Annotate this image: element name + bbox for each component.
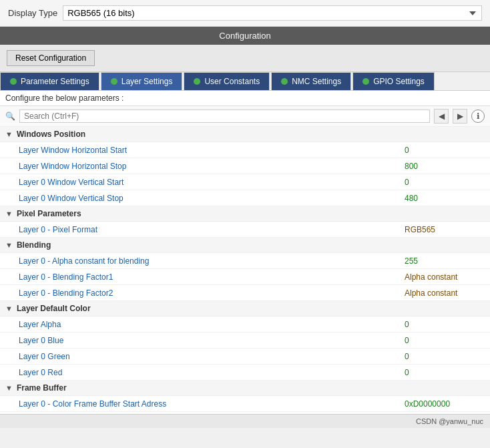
param-name-3-1: Layer 0 Blue [19, 336, 405, 345]
param-row[interactable]: Layer 0 Red0 [0, 365, 490, 381]
param-row[interactable]: Layer 0 - Color Frame Buffer Start Adres… [0, 396, 490, 412]
section-header-frame-buffer[interactable]: ▼ Frame Buffer [0, 381, 490, 396]
tab-layer-settings[interactable]: Layer Settings [101, 72, 183, 90]
chevron-icon: ▼ [5, 241, 13, 249]
nav-prev-button[interactable]: ◀ [434, 109, 449, 124]
section-header-blending[interactable]: ▼ Blending [0, 238, 490, 253]
param-name-0-3: Layer 0 Window Vertical Stop [19, 194, 405, 203]
param-row[interactable]: Layer Window Horizontal Stop800 [0, 158, 490, 174]
param-row[interactable]: Layer 0 - Blending Factor2Alpha constant [0, 285, 490, 301]
tab-dot-gpio-settings [362, 78, 369, 85]
section-title-pixel-parameters: Pixel Parameters [17, 209, 81, 218]
param-value-0-2: 0 [405, 178, 485, 187]
param-row[interactable]: Layer Alpha0 [0, 316, 490, 332]
tab-label-nmc-settings: NMC Settings [292, 77, 341, 86]
param-value-0-3: 480 [405, 194, 485, 203]
param-value-3-1: 0 [405, 336, 485, 345]
nav-next-button[interactable]: ▶ [453, 109, 467, 124]
chevron-icon: ▼ [5, 304, 13, 312]
search-bar: 🔍 ◀ ▶ ℹ [0, 106, 490, 127]
reset-configuration-button[interactable]: Reset Configuration [7, 50, 95, 66]
tab-user-constants[interactable]: User Constants [184, 72, 270, 90]
section-header-layer-default-color[interactable]: ▼ Layer Default Color [0, 301, 490, 316]
param-row[interactable]: Layer Window Horizontal Start0 [0, 142, 490, 158]
param-row[interactable]: Layer 0 Window Vertical Start0 [0, 174, 490, 190]
chevron-icon: ▼ [5, 210, 13, 218]
tab-parameter-settings[interactable]: Parameter Settings [0, 72, 99, 90]
chevron-icon: ▼ [5, 130, 13, 138]
param-row[interactable]: Layer 0 Window Vertical Stop480 [0, 190, 490, 206]
param-value-0-0: 0 [405, 146, 485, 155]
param-value-2-0: 255 [405, 256, 485, 266]
tabs-container: Parameter Settings Layer Settings User C… [0, 72, 490, 91]
tab-dot-nmc-settings [281, 78, 288, 85]
footer-text: CSDN @yanwu_nuc [416, 417, 483, 425]
section-title-layer-default-color: Layer Default Color [17, 304, 91, 313]
config-header: Configuration [0, 27, 490, 45]
section-title-windows-position: Windows Position [17, 130, 85, 139]
param-row[interactable]: Layer 0 - Blending Factor1Alpha constant [0, 269, 490, 285]
param-name-1-0: Layer 0 - Pixel Format [19, 225, 405, 234]
param-row[interactable]: Layer 0 - Pixel FormatRGB565 [0, 222, 490, 238]
tab-dot-layer-settings [111, 78, 117, 85]
param-name-3-0: Layer Alpha [19, 320, 405, 329]
param-name-2-2: Layer 0 - Blending Factor2 [19, 288, 405, 298]
param-name-0-0: Layer Window Horizontal Start [19, 146, 405, 155]
config-title: Configuration [219, 31, 270, 41]
params-area: ▼ Windows PositionLayer Window Horizonta… [0, 127, 490, 414]
tab-label-layer-settings: Layer Settings [121, 77, 173, 86]
param-value-3-0: 0 [405, 320, 485, 329]
reset-bar: Reset Configuration [0, 45, 490, 72]
display-type-select[interactable]: RGB565 (16 bits) RGB888 (24 bits) ARGB88… [63, 5, 482, 21]
tab-gpio-settings[interactable]: GPIO Settings [352, 72, 435, 90]
param-name-2-1: Layer 0 - Blending Factor1 [19, 272, 405, 282]
param-value-4-0: 0xD0000000 [405, 399, 485, 409]
info-button[interactable]: ℹ [471, 109, 485, 123]
param-name-2-0: Layer 0 - Alpha constant for blending [19, 256, 405, 266]
param-name-3-2: Layer 0 Green [19, 352, 405, 361]
section-header-windows-position[interactable]: ▼ Windows Position [0, 127, 490, 142]
tab-label-gpio-settings: GPIO Settings [373, 77, 425, 86]
tab-label-user-constants: User Constants [204, 77, 260, 86]
param-value-2-2: Alpha constant [405, 288, 485, 298]
configure-text: Configure the below parameters : [5, 93, 124, 103]
param-value-3-3: 0 [405, 368, 485, 377]
param-value-2-1: Alpha constant [405, 272, 485, 282]
tab-nmc-settings[interactable]: NMC Settings [271, 72, 351, 90]
search-input[interactable] [19, 109, 430, 123]
section-header-pixel-parameters[interactable]: ▼ Pixel Parameters [0, 206, 490, 222]
search-icon: 🔍 [5, 111, 15, 121]
param-row[interactable]: Layer 0 Blue0 [0, 332, 490, 349]
param-name-0-2: Layer 0 Window Vertical Start [19, 178, 405, 187]
chevron-icon: ▼ [5, 384, 13, 392]
param-name-4-0: Layer 0 - Color Frame Buffer Start Adres… [19, 399, 405, 409]
param-row[interactable]: Layer 0 - Alpha constant for blending255 [0, 253, 490, 269]
param-row[interactable]: Layer 0 Green0 [0, 349, 490, 365]
param-name-3-3: Layer 0 Red [19, 368, 405, 377]
top-bar: Display Type RGB565 (16 bits) RGB888 (24… [0, 0, 490, 27]
section-title-frame-buffer: Frame Buffer [17, 383, 67, 393]
section-title-blending: Blending [17, 240, 51, 250]
param-value-1-0: RGB565 [405, 225, 485, 234]
param-value-0-1: 800 [405, 162, 485, 171]
tab-label-parameter-settings: Parameter Settings [21, 77, 89, 86]
display-type-label: Display Type [8, 8, 57, 18]
footer: CSDN @yanwu_nuc [0, 414, 490, 428]
tab-dot-parameter-settings [10, 78, 17, 85]
tab-dot-user-constants [194, 78, 200, 85]
configure-bar: Configure the below parameters : [0, 91, 490, 106]
param-value-3-2: 0 [405, 352, 485, 361]
param-name-0-1: Layer Window Horizontal Stop [19, 162, 405, 171]
